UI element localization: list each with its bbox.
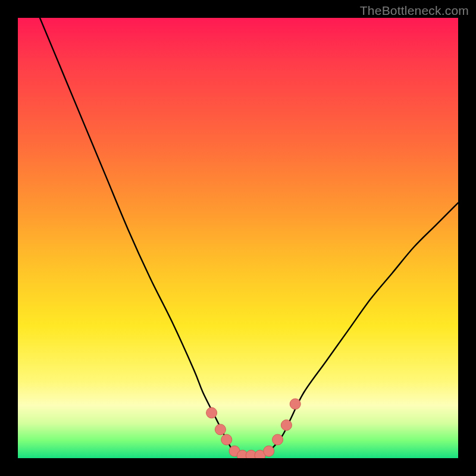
- curve-marker: [221, 434, 232, 445]
- curve-markers: [206, 399, 301, 458]
- curve-marker: [264, 446, 274, 456]
- bottleneck-curve-path: [40, 18, 458, 456]
- curve-marker: [215, 424, 226, 435]
- curve-marker: [281, 420, 292, 431]
- curve-marker: [290, 399, 300, 409]
- plot-area: [18, 18, 458, 458]
- bottleneck-curve-svg: [18, 18, 458, 458]
- watermark-text: TheBottleneck.com: [360, 4, 469, 18]
- curve-marker: [273, 434, 283, 445]
- curve-marker: [206, 408, 217, 418]
- chart-frame: TheBottleneck.com: [0, 0, 476, 476]
